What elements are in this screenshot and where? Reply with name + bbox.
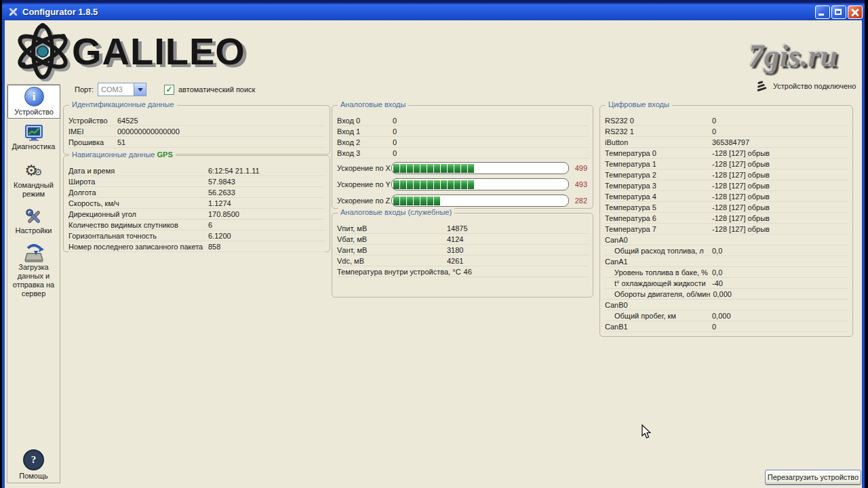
galileo-wordmark: GALILEO: [72, 33, 245, 70]
row-value: -128 [127] обрыв: [712, 182, 770, 190]
row-label: Скорость, км/ч: [68, 199, 205, 207]
table-row: Температура 4 -128 [127] обрыв: [605, 191, 848, 202]
connection-status: Устройство подключено: [754, 80, 856, 92]
row-label: Номер последнего записанного пакета: [68, 243, 205, 251]
row-label: Температура 5: [605, 203, 709, 211]
table-row: Температура 3 -128 [127] обрыв: [605, 180, 848, 191]
row-value: 000000000000000: [117, 127, 180, 136]
row-value: 1.1274: [208, 199, 231, 207]
sidebar-item-help[interactable]: ? Помощь: [8, 448, 59, 482]
row-label: Температура 4: [605, 192, 709, 201]
table-row: Температура 0 -128 [127] обрыв: [605, 148, 848, 159]
dropdown-arrow-icon[interactable]: [134, 83, 146, 96]
row-value: 0: [712, 323, 716, 331]
row-label: Общий расход топлива, л: [614, 247, 709, 255]
row-value: 4261: [447, 257, 463, 265]
row-label: Vпит, мВ: [337, 224, 444, 232]
table-row: Дата и время 6:12:54 21.1.11: [68, 165, 326, 176]
acceleration-bar-row: Ускорение по X 499: [337, 160, 589, 176]
panel-identification: Идентификационные данные Устройство 6452…: [63, 105, 330, 155]
port-label: Порт:: [75, 85, 94, 94]
navigation-rows: Дата и время 6:12:54 21.1.11 Широта 57.9…: [68, 165, 326, 252]
table-row: CanB1 0: [605, 321, 848, 332]
row-label: Температура 7: [605, 225, 709, 233]
atom-icon: [11, 22, 76, 81]
reboot-device-button[interactable]: Перезагрузить устройство: [765, 470, 861, 485]
row-label: RS232 0: [605, 117, 709, 125]
row-value: 4124: [447, 235, 463, 243]
row-label: Общий пробег, км: [614, 312, 709, 320]
panel-analog-service: Аналоговые входы (служебные) Vпит, мВ 14…: [332, 213, 593, 298]
app-tools-icon: [7, 7, 18, 18]
port-row: Порт: COM3 ✓ автоматический поиск: [75, 82, 255, 97]
maximize-button[interactable]: [831, 5, 846, 19]
row-label: Вход 0: [337, 117, 390, 125]
table-row: Вход 2 0: [337, 137, 589, 148]
row-label: Вход 1: [337, 127, 390, 136]
row-label: Вход 2: [337, 138, 390, 146]
panel-digital-inputs: Цифровые входы RS232 0 0 RS232 1 0 iButt…: [599, 105, 853, 337]
sidebar-item-label: Диагностика: [12, 142, 56, 151]
table-row: Долгота 56.2633: [68, 187, 326, 198]
row-value: 0,0: [712, 247, 722, 255]
table-row: Vdc, мВ 4261: [337, 256, 589, 266]
table-row: Вход 0 0: [337, 115, 589, 126]
row-value: 3180: [447, 246, 463, 254]
sidebar-item-diagnostics[interactable]: Диагностика: [8, 123, 59, 152]
row-label: Температура 6: [605, 214, 709, 222]
7gis-logo: 7gis.ru: [734, 39, 852, 74]
panel-analog-inputs: Аналоговые входы Вход 0 0 Вход 1 0 Вход …: [332, 105, 593, 209]
row-label: IMEI: [68, 127, 115, 136]
panel-navigation: Навигационные данные GPS Дата и время 6:…: [63, 155, 330, 252]
table-row: Общий пробег, км 0,000: [605, 310, 848, 321]
table-row: Уровень топлива в баке, % 0,0: [605, 267, 848, 278]
row-label: Уровень топлива в баке, %: [614, 268, 709, 277]
minimize-button[interactable]: [815, 5, 830, 19]
table-row: Устройство 64525: [68, 115, 326, 126]
row-label: CanB1: [605, 323, 709, 331]
sidebar: i Устройство Диагностика ⚙⚙ Командный ре…: [7, 84, 60, 483]
row-label: Горизонтальная точность: [68, 232, 205, 240]
table-row: Количество видимых спутников 6: [68, 220, 326, 230]
row-value: 0,000: [712, 312, 731, 320]
table-row: Температура внутри устройства, °C 46: [337, 266, 589, 277]
tools-icon: [24, 207, 43, 226]
analog-service-rows: Vпит, мВ 14875 Vбат, мВ 4124 Vант, мВ 31…: [337, 223, 589, 277]
sidebar-item-label: Загрузка данных и отправка на сервер: [8, 263, 59, 298]
row-value: 0,0: [712, 268, 722, 277]
table-row: Дирекционный угол 170.8500: [68, 209, 326, 220]
sidebar-item-label: Настройки: [16, 226, 52, 235]
sidebar-item-device[interactable]: i Устройство: [7, 85, 60, 119]
row-label: Температура 1: [605, 160, 709, 168]
table-row: Температура 5 -128 [127] обрыв: [605, 202, 848, 213]
table-row: Вход 3 0: [337, 148, 589, 159]
gears-icon: ⚙⚙: [24, 162, 42, 181]
row-value: 6:12:54 21.1.11: [208, 167, 260, 175]
row-value: 0: [712, 117, 716, 125]
mouse-cursor: [642, 424, 651, 439]
table-row: Температура 2 -128 [127] обрыв: [605, 169, 848, 180]
table-row: Номер последнего записанного пакета 858: [68, 241, 326, 252]
row-value: -128 [127] обрыв: [712, 192, 770, 201]
row-label: CanB0: [605, 301, 709, 309]
sidebar-item-command-mode[interactable]: ⚙⚙ Командный режим: [8, 161, 59, 200]
row-label: CanA0: [605, 236, 709, 244]
row-value: 6.1200: [208, 232, 231, 240]
autosearch-checkbox[interactable]: ✓: [164, 85, 174, 95]
row-label: Прошивка: [68, 138, 115, 146]
row-label: Дата и время: [68, 167, 205, 175]
row-value: 64525: [117, 117, 138, 125]
bar-value: 499: [569, 164, 589, 172]
autosearch-label: автоматический поиск: [178, 85, 255, 94]
row-value: 14875: [447, 224, 468, 232]
table-row: Горизонтальная точность 6.1200: [68, 230, 326, 241]
sidebar-item-upload[interactable]: Загрузка данных и отправка на сервер: [8, 243, 59, 300]
progress-bar: [391, 195, 569, 207]
port-select[interactable]: COM3: [98, 83, 146, 96]
table-row: Прошивка 51: [68, 137, 326, 148]
table-row: iButton 365384797: [605, 137, 848, 148]
sidebar-item-settings[interactable]: Настройки: [8, 206, 59, 237]
upload-server-icon: [24, 244, 44, 263]
row-label: Температура 2: [605, 171, 709, 179]
close-button[interactable]: [848, 5, 863, 19]
